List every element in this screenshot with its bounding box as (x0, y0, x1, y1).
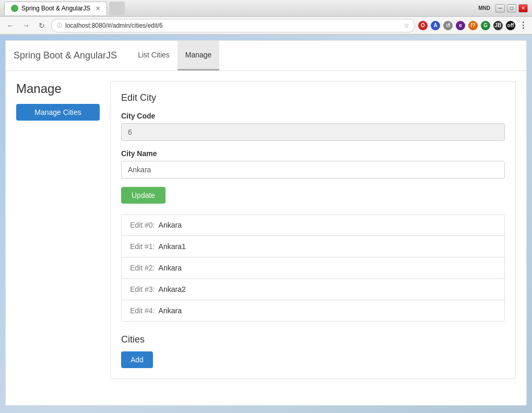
sidebar: Manage Manage Cities (16, 81, 100, 379)
page-content: Spring Boot & AngularJS List Cities Mana… (5, 40, 527, 406)
close-btn[interactable]: ✕ (518, 4, 528, 13)
list-item: Edit #4: Ankara (122, 300, 504, 321)
tab-label: Spring Boot & AngularJS (21, 5, 90, 12)
cities-title: Cities (121, 334, 505, 345)
more-menu-icon[interactable]: ⋮ (518, 21, 528, 30)
edit-item-value-4: Ankara (159, 306, 182, 315)
jb-icon[interactable]: JB (493, 21, 503, 30)
app-brand: Spring Boot & AngularJS (14, 41, 125, 70)
city-code-group: City Code (121, 112, 505, 141)
edit-item-label-4: Edit #4: (130, 306, 155, 315)
g-icon[interactable]: G (481, 21, 490, 30)
sync-icon[interactable]: ↺ (443, 21, 453, 30)
edit-item-value-0: Ankara (159, 221, 182, 229)
extension-icon[interactable]: e (456, 21, 465, 30)
content-panel: Edit City City Code City Name Update Edi… (110, 81, 516, 379)
sidebar-title: Manage (16, 81, 100, 96)
address-bar: ← → ↻ ⓘ localhost:8080/#/admin/cities/ed… (0, 17, 532, 34)
tab-list-cities[interactable]: List Cities (130, 41, 178, 70)
browser-icons: O A ↺ e f? G JB off ⋮ (418, 21, 528, 30)
forward-btn[interactable]: → (20, 19, 32, 32)
list-item: Edit #0: Ankara (122, 215, 504, 236)
url-bar[interactable]: ⓘ localhost:8080/#/admin/cities/edit/6 ☆ (51, 19, 415, 32)
edit-item-label-2: Edit #2: (130, 264, 155, 272)
list-item: Edit #1: Ankara1 (122, 236, 504, 257)
edit-item-label-1: Edit #1: (130, 242, 155, 251)
font-icon[interactable]: f? (468, 21, 478, 30)
main-layout: Manage Manage Cities Edit City City Code… (6, 71, 526, 390)
shield-icon[interactable]: A (431, 21, 440, 30)
city-name-input[interactable] (121, 161, 505, 179)
edit-list: Edit #0: Ankara Edit #1: Ankara1 Edit #2… (121, 214, 505, 322)
city-code-label: City Code (121, 112, 505, 120)
secure-icon: ⓘ (57, 22, 62, 29)
edit-item-value-1: Ankara1 (159, 242, 186, 251)
city-code-input[interactable] (121, 123, 505, 141)
update-btn[interactable]: Update (121, 187, 165, 204)
cities-section: Cities Add (121, 334, 505, 368)
tab-close-btn[interactable]: ✕ (96, 5, 100, 12)
city-name-group: City Name (121, 149, 505, 179)
edit-item-value-2: Ankara (159, 264, 182, 272)
edit-item-label-0: Edit #0: (130, 221, 155, 229)
browser-tab[interactable]: Spring Boot & AngularJS ✕ (4, 2, 107, 15)
url-text: localhost:8080/#/admin/cities/edit/6 (65, 22, 400, 29)
reload-btn[interactable]: ↻ (36, 19, 48, 32)
win-label: MND (478, 5, 490, 11)
tab-favicon (11, 5, 18, 12)
opera-icon[interactable]: O (418, 21, 428, 30)
ext-icon[interactable]: off (506, 21, 515, 30)
minimize-btn[interactable]: ─ (495, 4, 505, 13)
star-icon[interactable]: ☆ (404, 22, 409, 29)
app-navbar: Spring Boot & AngularJS List Cities Mana… (6, 41, 526, 71)
edit-item-value-3: Ankara2 (159, 285, 186, 293)
tab-area: Spring Boot & AngularJS ✕ (4, 2, 478, 15)
add-btn[interactable]: Add (121, 351, 153, 368)
window-controls: MND ─ □ ✕ (478, 4, 528, 13)
list-item: Edit #3: Ankara2 (122, 279, 504, 300)
tab-manage[interactable]: Manage (178, 41, 220, 70)
browser-chrome: Spring Boot & AngularJS ✕ MND ─ □ ✕ ← → … (0, 0, 532, 35)
maximize-btn[interactable]: □ (507, 4, 516, 13)
back-btn[interactable]: ← (4, 19, 17, 32)
edit-city-title: Edit City (121, 92, 505, 103)
city-name-label: City Name (121, 149, 505, 158)
title-bar: Spring Boot & AngularJS ✕ MND ─ □ ✕ (0, 0, 532, 17)
manage-cities-btn[interactable]: Manage Cities (16, 104, 100, 121)
list-item: Edit #2: Ankara (122, 257, 504, 279)
edit-item-label-3: Edit #3: (130, 285, 155, 293)
